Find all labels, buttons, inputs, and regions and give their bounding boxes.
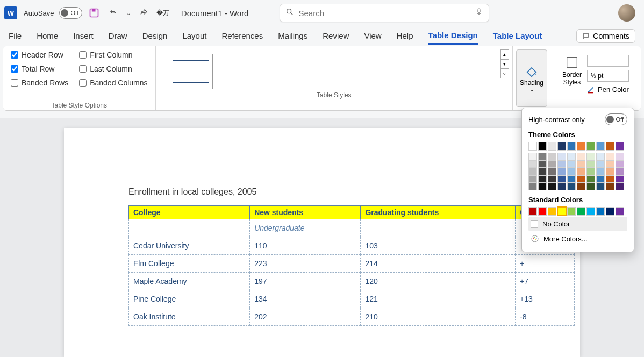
color-swatch[interactable] — [528, 207, 537, 216]
color-swatch[interactable] — [577, 183, 585, 190]
table-row[interactable]: Cedar University110103+ — [129, 237, 575, 255]
color-swatch[interactable] — [577, 168, 585, 175]
color-swatch[interactable] — [528, 183, 537, 190]
chk-header-row[interactable]: Header Row — [11, 51, 68, 59]
color-swatch[interactable] — [586, 168, 595, 175]
color-swatch[interactable] — [528, 142, 537, 151]
pen-weight-select[interactable]: ½ pt — [587, 70, 629, 82]
color-swatch[interactable] — [606, 175, 614, 183]
color-swatch[interactable] — [538, 153, 547, 160]
color-swatch[interactable] — [548, 175, 556, 183]
tab-review[interactable]: Review — [323, 28, 349, 44]
color-swatch[interactable] — [616, 160, 624, 168]
table-header-row[interactable]: College New students Graduating students… — [129, 206, 575, 219]
color-swatch[interactable] — [557, 183, 566, 190]
tab-mailings[interactable]: Mailings — [278, 28, 307, 44]
tab-table-design[interactable]: Table Design — [428, 27, 478, 45]
color-swatch[interactable] — [596, 153, 605, 160]
color-swatch[interactable] — [586, 175, 595, 183]
high-contrast-row[interactable]: High-contrast only Off — [528, 113, 627, 125]
color-swatch[interactable] — [606, 207, 614, 216]
color-swatch[interactable] — [528, 160, 537, 168]
subhead-cell[interactable]: Undergraduate — [250, 219, 361, 237]
color-swatch[interactable] — [557, 160, 566, 168]
chk-banded-rows[interactable]: Banded Rows — [11, 78, 68, 87]
color-swatch[interactable] — [616, 168, 624, 175]
color-swatch[interactable] — [548, 142, 556, 151]
color-swatch[interactable] — [548, 183, 556, 190]
th-grad[interactable]: Graduating students — [361, 206, 516, 219]
color-swatch[interactable] — [577, 207, 585, 216]
chevron-more-icon[interactable]: ▿ — [500, 69, 509, 78]
save-button[interactable] — [87, 5, 102, 20]
high-contrast-toggle[interactable]: Off — [605, 113, 627, 125]
qat-customize-button[interactable]: �万 — [155, 5, 170, 20]
style-gallery-spinner[interactable]: ▴ ▾ ▿ — [500, 49, 509, 78]
color-swatch[interactable] — [557, 207, 566, 216]
table-row[interactable]: Oak Institute202210 -8 — [129, 308, 575, 326]
color-swatch[interactable] — [586, 160, 595, 168]
more-colors-item[interactable]: More Colors... — [528, 231, 627, 246]
color-swatch[interactable] — [586, 142, 595, 151]
tab-view[interactable]: View — [364, 28, 381, 44]
search-box[interactable] — [280, 4, 489, 22]
color-swatch[interactable] — [577, 153, 585, 160]
color-swatch[interactable] — [538, 168, 547, 175]
th-new[interactable]: New students — [250, 206, 361, 219]
color-swatch[interactable] — [577, 142, 585, 151]
color-swatch[interactable] — [606, 153, 614, 160]
line-style-select[interactable] — [587, 55, 629, 67]
color-swatch[interactable] — [567, 153, 576, 160]
color-swatch[interactable] — [538, 207, 547, 216]
color-swatch[interactable] — [548, 153, 556, 160]
undo-button[interactable] — [106, 5, 121, 20]
border-styles-button[interactable]: Border Styles — [562, 55, 582, 94]
color-swatch[interactable] — [616, 142, 624, 151]
no-color-item[interactable]: No Color — [528, 217, 627, 231]
chk-total-row[interactable]: Total Row — [11, 65, 68, 73]
color-swatch[interactable] — [567, 207, 576, 216]
color-swatch[interactable] — [586, 153, 595, 160]
tab-file[interactable]: File — [9, 28, 22, 44]
color-swatch[interactable] — [606, 183, 614, 190]
color-swatch[interactable] — [528, 153, 537, 160]
color-swatch[interactable] — [557, 168, 566, 175]
color-swatch[interactable] — [567, 183, 576, 190]
color-swatch[interactable] — [567, 160, 576, 168]
table-row[interactable]: Maple Academy197120+7 — [129, 273, 575, 290]
th-college[interactable]: College — [129, 206, 250, 219]
table-row[interactable]: Elm College223214+ — [129, 255, 575, 273]
tab-layout[interactable]: Layout — [182, 28, 206, 44]
shading-button[interactable]: Shading ⌄ — [516, 49, 547, 107]
color-swatch[interactable] — [586, 183, 595, 190]
search-input[interactable] — [298, 9, 475, 18]
table-row[interactable]: Pine College134121+13 — [129, 290, 575, 308]
redo-button[interactable] — [136, 5, 151, 20]
user-avatar[interactable] — [618, 4, 635, 22]
color-swatch[interactable] — [596, 175, 605, 183]
color-swatch[interactable] — [596, 168, 605, 175]
color-swatch[interactable] — [538, 175, 547, 183]
color-swatch[interactable] — [596, 142, 605, 151]
color-swatch[interactable] — [538, 142, 547, 151]
chk-banded-columns[interactable]: Banded Columns — [79, 78, 147, 87]
color-swatch[interactable] — [567, 168, 576, 175]
table-style-preview[interactable] — [169, 54, 213, 89]
comments-button[interactable]: Comments — [576, 29, 635, 43]
color-swatch[interactable] — [557, 153, 566, 160]
color-swatch[interactable] — [577, 175, 585, 183]
tab-design[interactable]: Design — [142, 28, 168, 44]
tab-home[interactable]: Home — [37, 28, 58, 44]
tab-table-layout[interactable]: Table Layout — [493, 28, 542, 44]
undo-more-button[interactable]: ⌄ — [125, 5, 132, 20]
chk-last-column[interactable]: Last Column — [79, 65, 147, 73]
color-swatch[interactable] — [606, 168, 614, 175]
color-swatch[interactable] — [616, 175, 624, 183]
color-swatch[interactable] — [577, 160, 585, 168]
color-swatch[interactable] — [596, 183, 605, 190]
chk-first-column[interactable]: First Column — [79, 51, 147, 59]
color-swatch[interactable] — [548, 168, 556, 175]
pen-color-button[interactable]: Pen Color — [587, 85, 629, 94]
color-swatch[interactable] — [528, 168, 537, 175]
page[interactable]: Enrollment in local colleges, 2005 Colle… — [64, 128, 580, 357]
